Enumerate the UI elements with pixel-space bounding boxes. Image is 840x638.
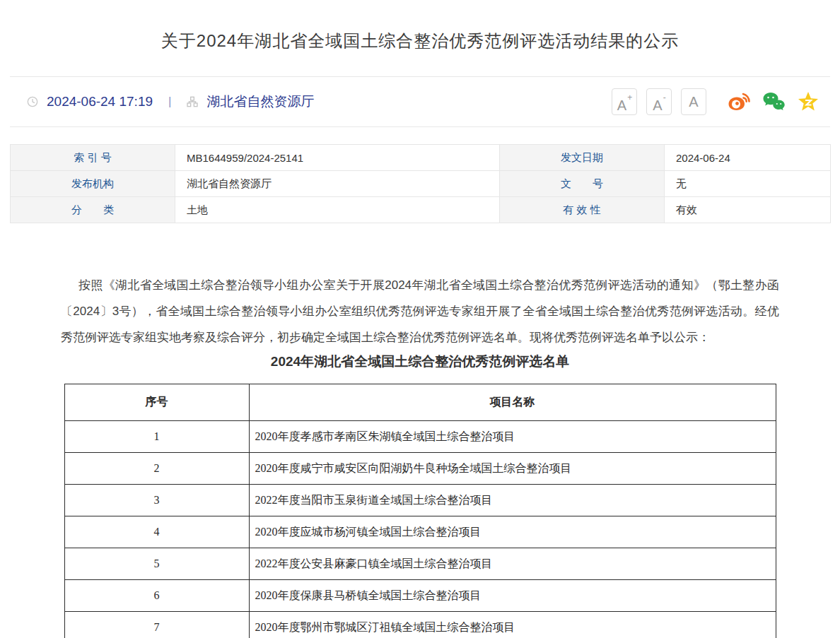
font-decrease-sup: -: [663, 93, 666, 102]
font-decrease-label: A: [653, 98, 662, 113]
info-value-doc-number: 无: [665, 171, 831, 197]
font-reset-button[interactable]: A: [681, 88, 706, 115]
cell-project-name: 2022年度当阳市玉泉街道全域国土综合整治项目: [249, 485, 776, 516]
cell-project-name: 2020年度应城市杨河镇全域国土综合整治项目: [249, 516, 776, 548]
article-paragraph: 按照《湖北省全域国土综合整治领导小组办公室关于开展2024年湖北省全域国土综合整…: [61, 272, 779, 350]
info-value-validity: 有效: [665, 197, 831, 223]
cell-project-name: 2020年度鄂州市鄂城区汀祖镇全域国土综合整治项目: [249, 612, 776, 638]
article-body: 按照《湖北省全域国土综合整治领导小组办公室关于开展2024年湖北省全域国土综合整…: [0, 272, 840, 638]
header-project-name: 项目名称: [249, 384, 776, 421]
info-label-doc-number: 文 号: [500, 171, 665, 197]
header-serial-number: 序号: [64, 384, 249, 421]
table-row: 6 2020年度保康县马桥镇全域国土综合整治项目: [64, 580, 776, 612]
meta-separator: |: [168, 95, 171, 109]
table-row: 5 2022年度公安县麻豪口镇全域国土综合整治项目: [64, 548, 776, 580]
font-reset-label: A: [689, 94, 698, 110]
info-value-category: 土地: [175, 197, 500, 223]
cell-serial: 2: [64, 453, 249, 485]
info-row: 分 类 土地 有 效 性 有效: [11, 197, 831, 223]
project-table-header-row: 序号 项目名称: [64, 384, 776, 421]
cell-project-name: 2020年度咸宁市咸安区向阳湖奶牛良种场全域国土综合整治项目: [249, 453, 776, 485]
cell-serial: 4: [64, 516, 249, 548]
info-value-index-number: MB1644959/2024-25141: [175, 145, 500, 171]
font-increase-sup: +: [627, 93, 632, 102]
cell-serial: 3: [64, 485, 249, 516]
info-value-publisher: 湖北省自然资源厅: [175, 171, 500, 197]
page-title: 关于2024年湖北省全域国土综合整治优秀范例评选活动结果的公示: [0, 30, 840, 52]
font-increase-button[interactable]: A+: [612, 88, 637, 115]
cell-serial: 6: [64, 580, 249, 612]
cell-serial: 1: [64, 421, 249, 453]
info-row: 索 引 号 MB1644959/2024-25141 发文日期 2024-06-…: [11, 145, 831, 171]
weibo-share-icon[interactable]: [728, 90, 750, 113]
table-row: 2 2020年度咸宁市咸安区向阳湖奶牛良种场全域国土综合整治项目: [64, 453, 776, 485]
cell-project-name: 2020年度孝感市孝南区朱湖镇全域国土综合整治项目: [249, 421, 776, 453]
cell-project-name: 2020年度保康县马桥镇全域国土综合整治项目: [249, 580, 776, 612]
document-info-table: 索 引 号 MB1644959/2024-25141 发文日期 2024-06-…: [10, 144, 831, 223]
wechat-share-icon[interactable]: [762, 91, 786, 112]
meta-bar: 2024-06-24 17:19 | 湖北省自然资源厅 A+ A- A: [0, 77, 840, 126]
table-row: 7 2020年度鄂州市鄂城区汀祖镇全域国土综合整治项目: [64, 612, 776, 638]
font-decrease-button[interactable]: A-: [646, 88, 672, 115]
info-label-category: 分 类: [11, 197, 175, 223]
divider-bottom: [10, 126, 830, 127]
qzone-share-icon[interactable]: [798, 91, 819, 112]
list-title: 2024年湖北省全域国土综合整治优秀范例评选名单: [61, 353, 779, 371]
project-table: 序号 项目名称 1 2020年度孝感市孝南区朱湖镇全域国土综合整治项目 2 20…: [64, 384, 776, 638]
source-link[interactable]: 湖北省自然资源厅: [206, 93, 314, 111]
info-value-issue-date: 2024-06-24: [665, 145, 831, 171]
table-row: 3 2022年度当阳市玉泉街道全域国土综合整治项目: [64, 485, 776, 516]
info-label-validity: 有 效 性: [500, 197, 665, 223]
info-label-issue-date: 发文日期: [500, 145, 665, 171]
cell-serial: 5: [64, 548, 249, 580]
notice-page: 关于2024年湖北省全域国土综合整治优秀范例评选活动结果的公示 2024-06-…: [0, 30, 840, 638]
info-row: 发布机构 湖北省自然资源厅 文 号 无: [11, 171, 831, 197]
info-label-publisher: 发布机构: [11, 171, 175, 197]
organization-icon: [187, 96, 198, 107]
clock-icon: [27, 96, 38, 107]
publish-time: 2024-06-24 17:19: [47, 94, 153, 110]
cell-project-name: 2022年度公安县麻豪口镇全域国土综合整治项目: [249, 548, 776, 580]
cell-serial: 7: [64, 612, 249, 638]
table-row: 1 2020年度孝感市孝南区朱湖镇全域国土综合整治项目: [64, 421, 776, 453]
meta-actions: A+ A- A: [612, 88, 819, 115]
table-row: 4 2020年度应城市杨河镇全域国土综合整治项目: [64, 516, 776, 548]
font-increase-label: A: [617, 98, 626, 113]
info-label-index-number: 索 引 号: [11, 145, 175, 171]
